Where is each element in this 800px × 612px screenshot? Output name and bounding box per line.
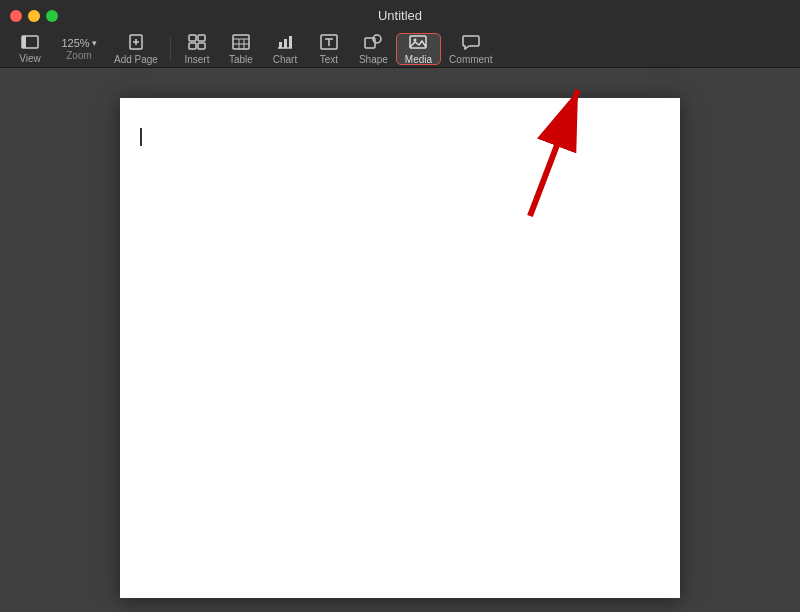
media-label: Media	[405, 54, 432, 65]
text-cursor	[140, 128, 142, 146]
shape-icon	[364, 34, 382, 53]
svg-rect-6	[198, 35, 205, 41]
zoom-label: Zoom	[66, 50, 92, 61]
toolbar-item-shape[interactable]: Shape	[351, 33, 396, 65]
svg-rect-23	[410, 36, 426, 48]
toolbar-item-add-page[interactable]: Add Page	[106, 33, 166, 65]
minimize-button[interactable]	[28, 10, 40, 22]
document-page[interactable]	[120, 98, 680, 598]
chevron-down-icon: ▾	[92, 38, 97, 48]
toolbar-item-media[interactable]: Media	[396, 33, 441, 65]
text-label: Text	[320, 54, 338, 65]
maximize-button[interactable]	[46, 10, 58, 22]
media-icon	[409, 34, 427, 53]
table-icon	[232, 34, 250, 53]
main-content	[0, 68, 800, 612]
text-icon	[320, 34, 338, 53]
svg-rect-5	[189, 35, 196, 41]
toolbar-item-table[interactable]: Table	[219, 33, 263, 65]
close-button[interactable]	[10, 10, 22, 22]
comment-label: Comment	[449, 54, 492, 65]
title-bar-top: Untitled	[0, 0, 800, 32]
add-page-icon	[128, 34, 144, 53]
toolbar-item-zoom[interactable]: 125% ▾ Zoom	[52, 33, 106, 65]
svg-rect-16	[284, 39, 287, 48]
svg-rect-7	[189, 43, 196, 49]
svg-rect-1	[22, 36, 26, 48]
window-title: Untitled	[378, 8, 422, 23]
svg-rect-17	[289, 36, 292, 48]
add-page-label: Add Page	[114, 54, 158, 65]
svg-point-22	[373, 35, 381, 43]
svg-rect-15	[279, 42, 282, 48]
toolbar-item-text[interactable]: Text	[307, 33, 351, 65]
toolbar: View 125% ▾ Zoom Add Page	[0, 32, 800, 67]
svg-point-24	[414, 38, 417, 41]
svg-rect-9	[233, 35, 249, 49]
toolbar-item-insert[interactable]: Insert	[175, 33, 219, 65]
chart-icon	[276, 34, 294, 53]
toolbar-item-view[interactable]: View	[8, 33, 52, 65]
toolbar-separator-1	[170, 37, 171, 61]
view-label: View	[19, 53, 41, 64]
shape-label: Shape	[359, 54, 388, 65]
toolbar-item-comment[interactable]: Comment	[441, 33, 500, 65]
window-controls	[10, 10, 58, 22]
view-icon	[21, 35, 39, 52]
chart-label: Chart	[273, 54, 297, 65]
title-bar: Untitled View 125% ▾ Zoom	[0, 0, 800, 68]
toolbar-item-chart[interactable]: Chart	[263, 33, 307, 65]
zoom-value: 125% ▾	[61, 37, 96, 49]
insert-label: Insert	[184, 54, 209, 65]
comment-icon	[462, 34, 480, 53]
insert-icon	[188, 34, 206, 53]
table-label: Table	[229, 54, 253, 65]
svg-rect-8	[198, 43, 205, 49]
